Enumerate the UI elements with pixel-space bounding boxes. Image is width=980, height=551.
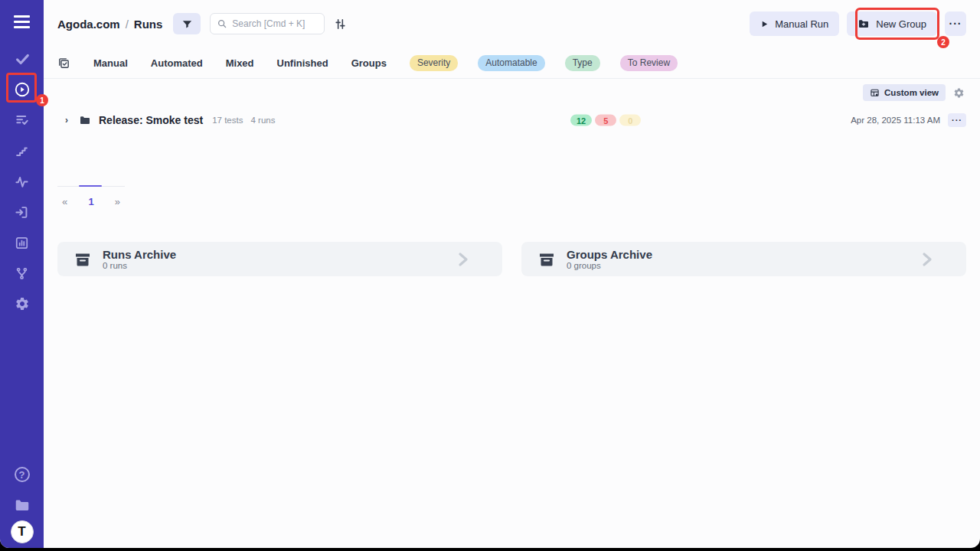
breadcrumb-project[interactable]: Agoda.com	[57, 18, 120, 31]
archive-cards: Runs Archive 0 runs Groups Archive 0 gro…	[57, 242, 966, 276]
card-text: Runs Archive 0 runs	[103, 248, 176, 271]
run-group-date: Apr 28, 2025 11:13 AM	[851, 116, 940, 125]
tab-automated[interactable]: Automated	[151, 57, 203, 69]
filter-button[interactable]	[173, 13, 201, 34]
tab-manual[interactable]: Manual	[93, 57, 128, 69]
archive-icon	[537, 250, 556, 269]
run-group-row[interactable]: › Release: Smoke test 17 tests 4 runs 12…	[44, 108, 980, 132]
header-actions: Manual Run New Group ···	[750, 11, 966, 36]
breadcrumb-separator: /	[126, 18, 129, 31]
sidebar-item-requirements[interactable]	[0, 197, 44, 227]
sidebar-item-runs[interactable]	[0, 74, 44, 105]
new-group-label: New Group	[876, 18, 926, 30]
card-text: Groups Archive 0 groups	[567, 248, 652, 271]
help-icon: ?	[15, 467, 30, 482]
play-circle-icon	[14, 81, 31, 98]
select-all-icon	[57, 57, 70, 70]
gear-icon	[953, 87, 965, 99]
app-window: ? T Agoda.com / Runs	[0, 0, 980, 548]
runs-count: 4 runs	[250, 116, 275, 125]
badge-severity[interactable]: Severity	[410, 55, 458, 71]
ellipsis-icon: ···	[952, 116, 962, 125]
run-group-right: Apr 28, 2025 11:13 AM ···	[851, 113, 966, 127]
pulse-icon	[15, 174, 29, 189]
badge-automatable[interactable]: Automatable	[478, 55, 544, 71]
projects-button[interactable]	[0, 490, 44, 520]
folder-icon	[14, 497, 31, 514]
passed-pill: 12	[570, 115, 592, 126]
page-1-button[interactable]: 1	[88, 196, 93, 207]
ellipsis-icon: ···	[949, 18, 962, 30]
result-pills: 12 5 0	[570, 115, 641, 126]
sidebar-item-settings[interactable]	[0, 289, 44, 319]
archive-icon	[74, 250, 92, 269]
card-title: Runs Archive	[103, 248, 176, 261]
bar-chart-icon	[15, 236, 29, 250]
manual-run-button[interactable]: Manual Run	[750, 11, 839, 36]
menu-button[interactable]	[0, 0, 44, 44]
sidebar-item-defects[interactable]	[0, 258, 44, 289]
main-content: Agoda.com / Runs Manual Run	[44, 0, 980, 548]
custom-view-button[interactable]: Custom view	[863, 84, 946, 101]
chevron-right-icon	[453, 250, 472, 269]
card-subtitle: 0 runs	[103, 261, 176, 271]
hamburger-icon	[14, 15, 30, 28]
search-icon	[217, 18, 227, 29]
card-subtitle: 0 groups	[567, 261, 652, 271]
failed-pill: 5	[595, 115, 616, 126]
sidebar-item-activity[interactable]	[0, 166, 44, 197]
view-settings-button[interactable]	[953, 87, 965, 99]
folder-icon	[79, 114, 91, 126]
tab-unfinished[interactable]: Unfinished	[277, 57, 328, 69]
select-all-button[interactable]	[57, 57, 70, 70]
avatar[interactable]: T	[11, 520, 34, 543]
sidebar: ? T	[0, 0, 44, 548]
custom-view-label: Custom view	[884, 88, 939, 97]
play-icon	[760, 20, 769, 28]
breadcrumb: Agoda.com / Runs	[57, 18, 162, 31]
run-group-title[interactable]: Release: Smoke test	[99, 114, 203, 126]
list-check-icon	[15, 112, 30, 128]
page-title: Runs	[134, 18, 163, 31]
run-group-meta: 17 tests 4 runs	[212, 116, 275, 125]
tab-groups[interactable]: Groups	[351, 57, 387, 69]
sidebar-item-milestones[interactable]	[0, 135, 44, 166]
prev-page-button[interactable]: «	[62, 196, 67, 207]
tab-mixed[interactable]: Mixed	[226, 57, 254, 69]
groups-archive-card[interactable]: Groups Archive 0 groups	[521, 242, 966, 276]
skipped-pill: 0	[619, 115, 641, 126]
table-gear-icon	[870, 88, 880, 98]
manual-run-label: Manual Run	[775, 18, 828, 30]
more-actions-button[interactable]: ···	[945, 11, 966, 36]
funnel-icon	[181, 18, 193, 30]
search	[210, 13, 325, 34]
sign-in-icon	[15, 205, 29, 220]
tests-count: 17 tests	[212, 116, 243, 125]
badge-to-review[interactable]: To Review	[620, 55, 678, 71]
help-button[interactable]: ?	[0, 459, 44, 490]
pagination: « 1 »	[57, 186, 125, 207]
sidebar-item-cases[interactable]	[0, 44, 44, 74]
card-title: Groups Archive	[567, 248, 652, 261]
row-more-button[interactable]: ···	[948, 113, 966, 127]
sidebar-item-reports[interactable]	[0, 227, 44, 258]
new-group-button[interactable]: New Group	[847, 11, 937, 36]
sidebar-item-plans[interactable]	[0, 105, 44, 135]
adjustments-icon	[334, 18, 347, 31]
check-icon	[14, 51, 31, 67]
chevron-right-icon	[917, 250, 936, 269]
branch-icon	[15, 266, 29, 281]
gear-icon	[15, 296, 30, 311]
next-page-button[interactable]: »	[115, 196, 120, 207]
adjustments-button[interactable]	[334, 18, 347, 31]
expand-chevron-icon[interactable]: ›	[65, 115, 68, 126]
steps-icon	[15, 144, 29, 158]
active-page-indicator	[79, 185, 102, 187]
filter-badges: Severity Automatable Type To Review	[410, 55, 678, 71]
page-header: Agoda.com / Runs Manual Run	[44, 0, 980, 47]
filter-row: Manual Automated Mixed Unfinished Groups…	[44, 47, 980, 79]
folder-plus-icon	[858, 18, 870, 30]
runs-archive-card[interactable]: Runs Archive 0 runs	[57, 242, 502, 276]
badge-type[interactable]: Type	[565, 55, 600, 71]
view-toolbar: Custom view	[44, 83, 980, 102]
